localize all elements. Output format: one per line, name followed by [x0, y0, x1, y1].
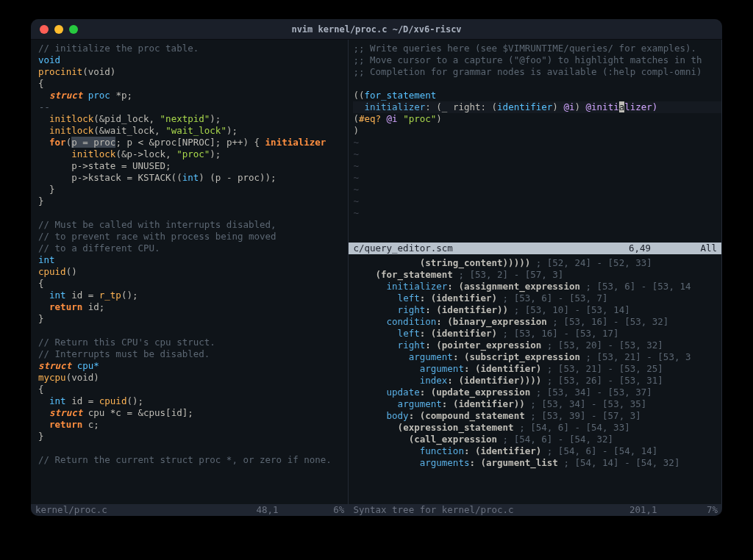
syntax-tree-pane[interactable]: (string_content))))) ; [52, 24] - [52, 3…	[349, 254, 722, 504]
left-pane-proc-c[interactable]: // initialize the proc table. void proci…	[31, 40, 349, 504]
editor-body: // initialize the proc table. void proci…	[31, 40, 722, 504]
tree-content[interactable]: (string_content))))) ; [52, 24] - [52, 3…	[353, 257, 721, 469]
minimize-icon[interactable]	[54, 25, 63, 34]
terminal-window: nvim kernel/proc.c ~/D/xv6-riscv // init…	[31, 19, 722, 516]
window-title: nvim kernel/proc.c ~/D/xv6-riscv	[40, 24, 713, 35]
query-content[interactable]: ;; Write queries here (see $VIMRUNTIME/q…	[353, 43, 721, 219]
status-bar-query: c/query_editor.scm 6,49 All	[349, 243, 721, 254]
status-bar-tree: Syntax tree for kernel/proc.c 201,1 7%	[349, 504, 722, 516]
query-editor-pane[interactable]: ;; Write queries here (see $VIMRUNTIME/q…	[349, 40, 722, 254]
titlebar[interactable]: nvim kernel/proc.c ~/D/xv6-riscv	[31, 19, 722, 40]
code-content[interactable]: // initialize the proc table. void proci…	[38, 43, 348, 466]
zoom-icon[interactable]	[69, 25, 78, 34]
traffic-lights	[40, 25, 78, 34]
footer-statusbars: kernel/proc.c 48,1 6% Syntax tree for ke…	[31, 504, 722, 516]
close-icon[interactable]	[40, 25, 49, 34]
status-bar-left: kernel/proc.c 48,1 6%	[31, 504, 349, 516]
